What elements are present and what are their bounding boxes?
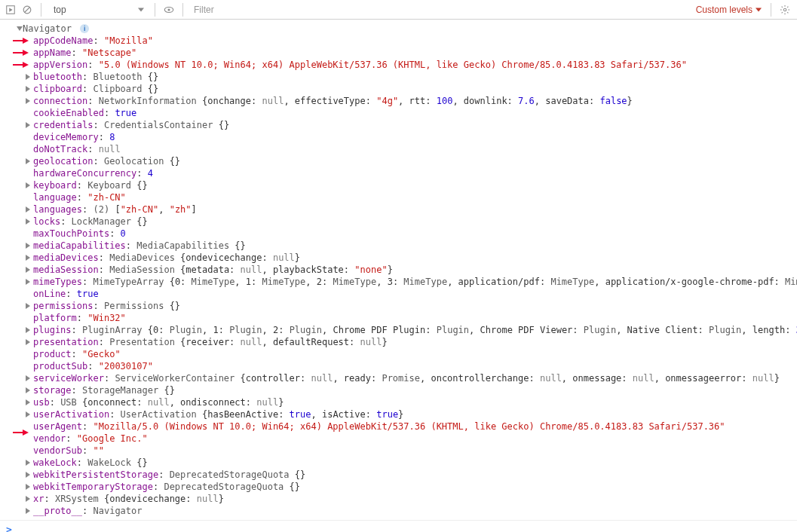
property-row[interactable]: keyboard: Keyboard {} bbox=[6, 179, 797, 191]
value-segment: onconnect: bbox=[87, 397, 147, 408]
expand-toggle-icon[interactable] bbox=[26, 206, 30, 212]
property-row[interactable]: webkitTemporaryStorage: DeprecatedStorag… bbox=[6, 481, 797, 493]
type-label: Plugin bbox=[170, 325, 202, 335]
clear-console-icon[interactable] bbox=[21, 4, 33, 16]
console-prompt[interactable]: > bbox=[0, 520, 797, 532]
property-value: "20030107" bbox=[99, 361, 153, 371]
value-segment: } bbox=[382, 337, 387, 347]
expand-toggle-icon[interactable] bbox=[26, 158, 30, 164]
property-row[interactable]: languages: (2) ["zh-CN", "zh"] bbox=[6, 203, 797, 216]
expand-toggle-icon[interactable] bbox=[26, 219, 30, 225]
property-value: 8 bbox=[109, 132, 115, 142]
expand-toggle-icon[interactable] bbox=[26, 182, 30, 188]
property-row[interactable]: geolocation: Geolocation {} bbox=[6, 155, 797, 167]
expand-toggle-icon[interactable] bbox=[26, 74, 30, 80]
expand-toggle-icon[interactable] bbox=[26, 460, 30, 466]
type-label: MimeType bbox=[333, 277, 376, 287]
value-segment: , 2: bbox=[305, 277, 333, 287]
value-segment: "4g" bbox=[376, 96, 398, 106]
expand-toggle-icon[interactable] bbox=[26, 411, 30, 417]
value-segment: , effectiveType: bbox=[284, 96, 376, 106]
property-row[interactable]: clipboard: Clipboard {} bbox=[6, 83, 797, 95]
property-row: product: "Gecko" bbox=[6, 348, 797, 360]
property-row[interactable]: serviceWorker: ServiceWorkerContainer {c… bbox=[6, 372, 797, 384]
expand-toggle-icon[interactable] bbox=[26, 484, 30, 490]
expand-toggle-icon[interactable] bbox=[26, 86, 30, 92]
property-row[interactable]: usb: USB {onconnect: null, ondisconnect:… bbox=[6, 396, 797, 408]
property-row[interactable]: mediaDevices: MediaDevices {ondevicechan… bbox=[6, 252, 797, 264]
expand-toggle-icon[interactable] bbox=[26, 279, 30, 285]
property-row[interactable]: mediaSession: MediaSession {metadata: nu… bbox=[6, 264, 797, 276]
root-label: Navigator bbox=[23, 23, 72, 34]
property-row[interactable]: credentials: CredentialsContainer {} bbox=[6, 119, 797, 131]
type-label: CredentialsContainer bbox=[104, 120, 219, 130]
expand-toggle-icon[interactable] bbox=[26, 387, 30, 393]
expand-toggle-icon[interactable] bbox=[26, 243, 30, 249]
property-row[interactable]: mimeTypes: MimeTypeArray {0: MimeType, 1… bbox=[6, 276, 797, 288]
expand-toggle-icon[interactable] bbox=[26, 399, 30, 405]
expand-toggle-icon[interactable] bbox=[26, 267, 30, 273]
value-segment: {} bbox=[170, 156, 180, 167]
property-value: true bbox=[115, 108, 136, 118]
value-segment: ondevicechange: bbox=[109, 494, 197, 504]
expand-toggle-icon[interactable] bbox=[26, 255, 30, 261]
value-segment: } bbox=[295, 252, 300, 263]
type-label: MimeType bbox=[262, 277, 305, 287]
expand-toggle-icon[interactable] bbox=[26, 303, 30, 309]
expand-toggle-icon[interactable] bbox=[26, 327, 30, 333]
value-segment: , 1: bbox=[202, 325, 229, 335]
console-output: Navigator i appCodeName: "Mozilla"appNam… bbox=[0, 20, 797, 520]
property-key: platform bbox=[33, 313, 77, 323]
property-key: mimeTypes bbox=[33, 277, 82, 287]
property-row: vendor: "Google Inc." bbox=[6, 433, 797, 445]
info-icon[interactable]: i bbox=[80, 24, 89, 33]
value-segment: } bbox=[627, 96, 633, 106]
value-segment: "zh-CN" bbox=[121, 204, 159, 215]
live-expression-icon[interactable] bbox=[163, 4, 175, 16]
property-value: "5.0 (Windows NT 10.0; Win64; x64) Apple… bbox=[99, 60, 687, 70]
type-label: UserActivation bbox=[121, 409, 202, 420]
expand-toggle-icon[interactable] bbox=[26, 472, 30, 478]
value-segment: { bbox=[170, 277, 175, 287]
object-root[interactable]: Navigator i bbox=[6, 23, 797, 35]
property-value: "Netscape" bbox=[82, 47, 136, 58]
property-row[interactable]: locks: LockManager {} bbox=[6, 216, 797, 228]
property-row[interactable]: permissions: Permissions {} bbox=[6, 300, 797, 312]
expand-toggle-icon[interactable] bbox=[26, 496, 30, 502]
log-levels-select[interactable]: Custom levels bbox=[691, 2, 763, 17]
property-row[interactable]: __proto__: Navigator bbox=[6, 505, 797, 517]
value-segment: , 2: bbox=[262, 325, 290, 335]
expand-toggle-icon[interactable] bbox=[26, 375, 30, 381]
value-segment: {} bbox=[164, 385, 174, 396]
property-row[interactable]: webkitPersistentStorage: DeprecatedStora… bbox=[6, 469, 797, 481]
expand-toggle-icon[interactable] bbox=[26, 508, 30, 514]
value-segment: [ bbox=[115, 204, 120, 215]
property-row[interactable]: plugins: PluginArray {0: Plugin, 1: Plug… bbox=[6, 324, 797, 336]
expand-toggle-icon[interactable] bbox=[26, 122, 30, 128]
context-select[interactable]: top bbox=[49, 2, 147, 17]
expand-toggle-icon[interactable] bbox=[26, 339, 30, 345]
value-segment: 100 bbox=[437, 96, 453, 106]
expand-toggle-icon[interactable] bbox=[17, 26, 23, 31]
value-segment: {} bbox=[295, 469, 305, 480]
property-row[interactable]: storage: StorageManager {} bbox=[6, 384, 797, 396]
execution-context-icon[interactable] bbox=[5, 4, 17, 16]
property-row[interactable]: wakeLock: WakeLock {} bbox=[6, 457, 797, 469]
property-row[interactable]: presentation: Presentation {receiver: nu… bbox=[6, 336, 797, 348]
type-label: DeprecatedStorageQuota bbox=[170, 469, 295, 480]
property-row[interactable]: bluetooth: Bluetooth {} bbox=[6, 71, 797, 83]
property-key: doNotTrack bbox=[33, 144, 87, 154]
value-segment: , defaultRequest: bbox=[262, 337, 360, 347]
property-key: language bbox=[33, 192, 77, 203]
property-row[interactable]: mediaCapabilities: MediaCapabilities {} bbox=[6, 240, 797, 252]
property-row[interactable]: connection: NetworkInformation {onchange… bbox=[6, 95, 797, 107]
property-row[interactable]: xr: XRSystem {ondevicechange: null} bbox=[6, 493, 797, 505]
filter-input[interactable] bbox=[191, 3, 687, 17]
property-row: deviceMemory: 8 bbox=[6, 131, 797, 143]
property-row[interactable]: userActivation: UserActivation {hasBeenA… bbox=[6, 408, 797, 420]
settings-icon[interactable] bbox=[779, 4, 791, 16]
property-row: cookieEnabled: true bbox=[6, 107, 797, 119]
type-label: StorageManager bbox=[82, 385, 164, 396]
value-segment: hasBeenActive: bbox=[207, 409, 289, 420]
expand-toggle-icon[interactable] bbox=[26, 98, 30, 104]
